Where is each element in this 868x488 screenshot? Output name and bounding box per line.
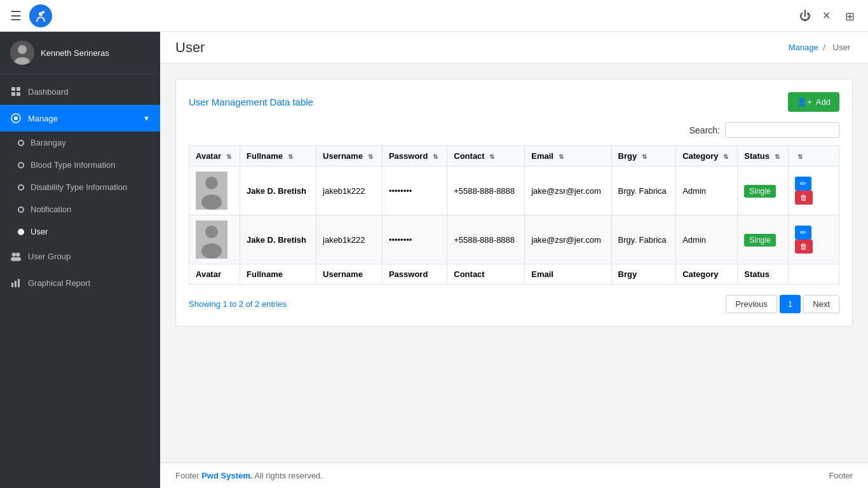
svg-rect-5 [11, 87, 15, 91]
cell-status-0: Single [738, 166, 789, 215]
tfoot-email: Email [525, 264, 611, 285]
tfoot-password: Password [382, 264, 447, 285]
top-bar-left: ☰ PWD System [10, 4, 119, 27]
pagination-of: of [246, 299, 255, 309]
sidebar-item-label-user: User [31, 227, 48, 236]
cell-username-1: jakeb1k222 [316, 215, 383, 264]
edit-button-0[interactable]: ✏ [795, 177, 811, 191]
svg-point-23 [201, 243, 222, 259]
dashboard-icon [10, 86, 22, 97]
cell-avatar-1 [189, 215, 240, 264]
th-email[interactable]: Email ⇅ [525, 146, 611, 166]
user-dot [18, 229, 24, 235]
pagination-info: Showing 1 to 2 of 2 entries [189, 299, 287, 309]
cell-category-1: Admin [676, 215, 738, 264]
footer: Footer Pwd System. All rights reserved. … [160, 463, 868, 488]
sort-actions: ⇅ [797, 153, 803, 160]
tfoot-avatar: Avatar [189, 264, 240, 285]
sort-username: ⇅ [368, 153, 373, 160]
delete-button-1[interactable]: 🗑 [795, 240, 813, 254]
tfoot-contact: Contact [447, 264, 525, 285]
next-button[interactable]: Next [803, 295, 839, 313]
sort-password: ⇅ [433, 153, 438, 160]
content-body: User Management Data table 👤+ Add Search… [160, 64, 868, 463]
sidebar-item-graphical-report[interactable]: Graphical Report [0, 269, 160, 296]
sidebar-item-label-user-group: User Group [28, 252, 71, 261]
footer-left: Footer Pwd System. All rights reserved. [175, 471, 323, 480]
sort-avatar: ⇅ [226, 153, 231, 160]
tfoot-fullname: Fullname [240, 264, 316, 285]
th-fullname[interactable]: Fullname ⇅ [240, 146, 316, 166]
sidebar-item-barangay[interactable]: Barangay [0, 132, 160, 154]
sidebar-item-notification[interactable]: Notification [0, 198, 160, 220]
sidebar-item-label-dashboard: Dashboard [28, 87, 69, 97]
footer-brand[interactable]: Pwd System. [201, 471, 252, 480]
search-input[interactable] [725, 122, 839, 138]
manage-icon [10, 112, 22, 124]
cell-username-0: jakeb1k222 [316, 166, 383, 215]
main-body: Kenneth Serineras Dashboard Manage ▼ [0, 32, 868, 488]
cell-contact-1: +5588-888-8888 [447, 215, 525, 264]
tfoot-username: Username [316, 264, 383, 285]
sort-contact: ⇅ [489, 153, 494, 160]
card-title: User Management Data table [189, 97, 313, 107]
cell-actions-1: ✏ 🗑 [789, 215, 839, 264]
card-header: User Management Data table 👤+ Add [189, 92, 839, 112]
previous-button[interactable]: Previous [726, 295, 777, 313]
sidebar-item-dashboard[interactable]: Dashboard [0, 78, 160, 105]
sidebar-item-label-graphical-report: Graphical Report [28, 278, 90, 288]
svg-point-20 [201, 194, 222, 210]
add-button-label: Add [816, 97, 831, 107]
table-row: Jake D. Bretish jakeb1k222 •••••••• +558… [189, 215, 839, 264]
content-header: User Manage / User [160, 32, 868, 64]
pagination-total: 2 [255, 299, 259, 309]
edit-button-1[interactable]: ✏ [795, 226, 811, 240]
user-group-icon [10, 250, 22, 262]
sidebar-item-manage[interactable]: Manage ▼ [0, 105, 160, 132]
sidebar-item-user[interactable]: User [0, 220, 160, 243]
tfoot-brgy: Brgy [611, 264, 676, 285]
table-header-row: Avatar ⇅ Fullname ⇅ Username ⇅ Password … [189, 146, 839, 166]
cell-email-1: jake@zsr@jer.com [525, 215, 611, 264]
svg-rect-7 [11, 92, 15, 96]
sidebar-item-label-notification: Notification [31, 205, 71, 214]
add-button[interactable]: 👤+ Add [788, 92, 839, 112]
cross-icon[interactable]: ✕ [822, 10, 835, 22]
th-category[interactable]: Category ⇅ [676, 146, 738, 166]
app-wrapper: ☰ PWD System ⏻ ✕ ⊞ [0, 0, 868, 488]
svg-point-0 [39, 12, 43, 16]
cell-password-0: •••••••• [382, 166, 447, 215]
th-username[interactable]: Username ⇅ [316, 146, 383, 166]
th-brgy[interactable]: Brgy ⇅ [611, 146, 676, 166]
th-password[interactable]: Password ⇅ [382, 146, 447, 166]
grid-icon[interactable]: ⊞ [845, 10, 858, 22]
tfoot-actions [789, 264, 839, 285]
barangay-dot [18, 140, 24, 146]
page-1-button[interactable]: 1 [780, 295, 801, 313]
th-actions: ⇅ [789, 146, 839, 166]
tfoot-category: Category [676, 264, 738, 285]
report-icon [10, 277, 22, 288]
cell-avatar-0 [189, 166, 240, 215]
svg-point-19 [205, 177, 218, 189]
breadcrumb-manage[interactable]: Manage [789, 43, 818, 52]
sort-category: ⇅ [723, 153, 728, 160]
footer-right: Footer [829, 471, 853, 480]
sidebar-item-blood-type[interactable]: Blood Type Information [0, 154, 160, 176]
power-icon[interactable]: ⏻ [799, 10, 812, 22]
th-status[interactable]: Status ⇅ [738, 146, 789, 166]
hamburger-icon[interactable]: ☰ [10, 8, 22, 24]
svg-point-1 [42, 11, 44, 13]
sidebar-nav: Dashboard Manage ▼ Barangay [0, 74, 160, 488]
main-card: User Management Data table 👤+ Add Search… [175, 79, 853, 327]
table-row: Jake D. Bretish jakeb1k222 •••••••• +558… [189, 166, 839, 215]
th-avatar[interactable]: Avatar ⇅ [189, 146, 240, 166]
delete-button-0[interactable]: 🗑 [795, 191, 813, 205]
th-contact[interactable]: Contact ⇅ [447, 146, 525, 166]
svg-rect-17 [18, 279, 20, 287]
svg-rect-15 [11, 283, 13, 287]
sidebar-item-user-group[interactable]: User Group [0, 243, 160, 269]
sidebar-item-disability-type[interactable]: Disability Type Information [0, 176, 160, 198]
notification-dot [18, 207, 24, 213]
cell-status-1: Single [738, 215, 789, 264]
